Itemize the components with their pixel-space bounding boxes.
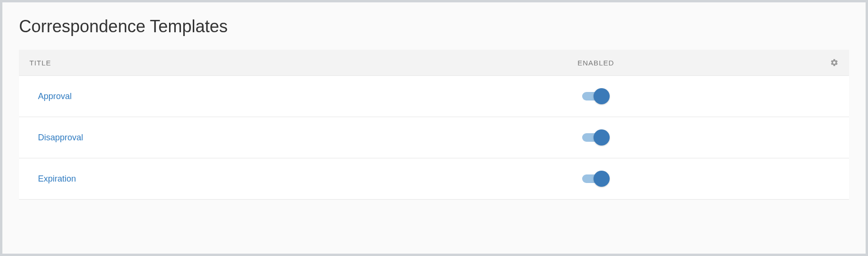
template-link-expiration[interactable]: Expiration [29, 174, 76, 183]
column-header-enabled: ENABLED [434, 59, 758, 67]
page-container: Correspondence Templates TITLE ENABLED A… [2, 2, 866, 254]
gear-icon [830, 58, 839, 67]
table-row: Expiration [19, 158, 849, 200]
column-header-title: TITLE [29, 59, 434, 67]
templates-table: TITLE ENABLED Approval Disappro [19, 50, 849, 200]
table-row: Approval [19, 76, 849, 117]
row-enabled-cell [434, 88, 758, 104]
table-row: Disapproval [19, 117, 849, 158]
template-link-approval[interactable]: Approval [29, 91, 72, 101]
enabled-toggle[interactable] [582, 171, 610, 187]
toggle-thumb [594, 129, 610, 146]
row-enabled-cell [434, 171, 758, 187]
page-title: Correspondence Templates [19, 17, 849, 37]
enabled-toggle[interactable] [582, 88, 610, 104]
row-enabled-cell [434, 129, 758, 146]
row-title-cell: Disapproval [29, 133, 434, 143]
row-title-cell: Expiration [29, 174, 434, 184]
enabled-toggle[interactable] [582, 129, 610, 146]
row-title-cell: Approval [29, 91, 434, 101]
table-header: TITLE ENABLED [19, 50, 849, 76]
toggle-thumb [594, 88, 610, 104]
column-header-actions[interactable] [758, 58, 839, 67]
toggle-thumb [594, 171, 610, 187]
template-link-disapproval[interactable]: Disapproval [29, 133, 83, 142]
